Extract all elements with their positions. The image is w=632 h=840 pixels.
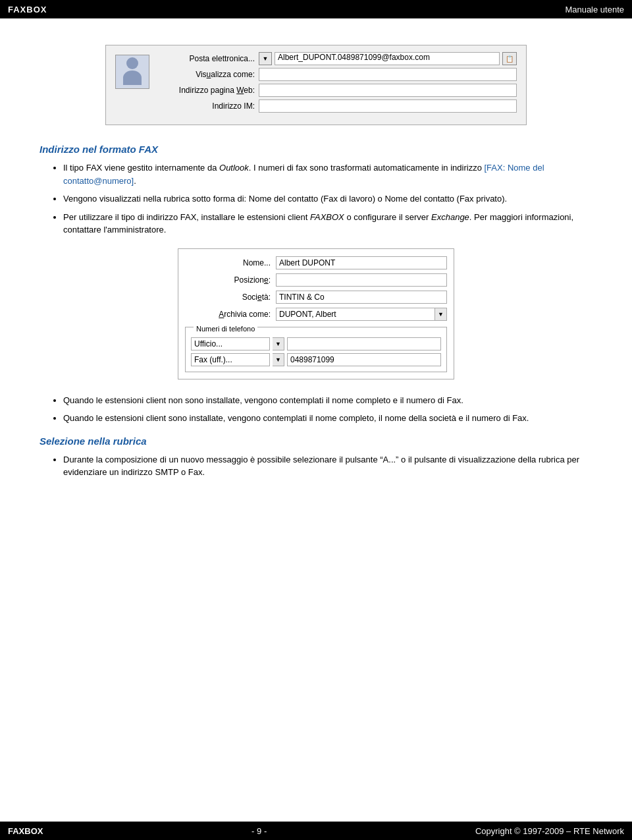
email-type-dropdown[interactable]: ▼ [259,52,272,65]
fax-b1-italic: Outlook [219,163,249,173]
archivia-value[interactable]: DUPONT, Albert [276,308,435,321]
visualizza-input[interactable] [259,68,517,81]
bottom-bullet-list: Quando le estensioni client non sono ins… [40,394,592,425]
posizione-row: Posizione: [178,271,454,289]
archivia-value-container: DUPONT, Albert ▼ [276,308,447,321]
email-value[interactable]: Albert_DUPONT.0489871099@faxbox.com [275,52,500,65]
fax-label[interactable]: Fax (uff.)... [191,353,270,366]
societa-row: Società: TINTIN & Co [178,289,454,306]
bottom-b1-text: Quando le estensioni client non sono ins… [63,395,463,405]
societa-value[interactable]: TINTIN & Co [276,291,447,304]
fax-b2-text: Vengono visualizzati nella rubrica sotto… [63,194,507,204]
fax-bullet-3: Per utilizzare il tipo di indirizzo FAX,… [63,211,592,237]
outlook-form-screenshot: Posta elettronica... ▼ Albert_DUPONT.048… [105,45,527,125]
archivia-dropdown-arrow[interactable]: ▼ [435,308,447,321]
posizione-label: Posizione: [185,275,271,285]
fax-b3-text1: Per utilizzare il tipo di indirizzo FAX,… [63,212,310,222]
bottom-b2-text: Quando le estensioni client sono install… [63,413,529,423]
fax-b3-italic1: FAXBOX [310,212,344,222]
visualizza-field-row: Visualizza come: [157,68,517,81]
ufficio-label[interactable]: Ufficio... [191,337,270,350]
fax-b3-italic2: Exchange [431,212,469,222]
rubrica-b1-text: Durante la composizione di un nuovo mess… [63,455,579,478]
rubrica-bullet-list: Durante la composizione di un nuovo mess… [40,453,592,479]
email-label: Posta elettronica... [157,54,255,63]
phone-section: Numeri di telefono Ufficio... ▼ Fax (uff… [185,327,447,372]
archivia-label: Archivia come: [185,310,271,319]
web-input[interactable] [259,84,517,97]
header-title-right: Manuale utente [565,5,624,14]
email-field-row: Posta elettronica... ▼ Albert_DUPONT.048… [157,52,517,65]
fax-b1-text1: Il tipo FAX viene gestito internamente d… [63,163,219,173]
phone-section-label: Numeri di telefono [194,325,257,333]
outlook-fields: Posta elettronica... ▼ Albert_DUPONT.048… [157,52,517,115]
bottom-bullet-1: Quando le estensioni client non sono ins… [63,394,592,407]
im-input[interactable] [259,99,517,113]
fax-section-title: Indirizzo nel formato FAX [40,144,592,155]
bottom-bullet-2: Quando le estensioni client sono install… [63,412,592,425]
fax-bullet-list: Il tipo FAX viene gestito internamente d… [40,161,592,237]
avatar-person-icon [122,57,142,86]
posizione-value[interactable] [276,273,447,287]
nome-label: Nome... [185,258,271,267]
nome-row: Nome... Albert DUPONT [178,254,454,271]
ufficio-row: Ufficio... ▼ [191,336,441,352]
avatar-body [123,70,142,85]
fax-b1-text3: . [134,176,136,186]
fax-b3-text2: o configurare il server [344,212,431,222]
fax-value[interactable]: 0489871099 [287,353,441,366]
im-label: Indirizzo IM: [157,101,255,111]
header-title-left: FAXBOX [8,5,47,14]
footer-left: FAXBOX [8,826,43,836]
contact-avatar [115,55,149,89]
footer-center: - 9 - [251,826,267,836]
main-content: Posta elettronica... ▼ Albert_DUPONT.048… [0,18,632,530]
contact-card: Nome... Albert DUPONT Posizione: Società… [178,248,454,379]
rubrica-bullet-1: Durante la composizione di un nuovo mess… [63,453,592,479]
web-field-row: Indirizzo pagina Web: [157,84,517,97]
fax-row: Fax (uff.)... ▼ 0489871099 [191,352,441,368]
page-footer: FAXBOX - 9 - Copyright © 1997-2009 – RTE… [0,822,632,840]
fax-section: Indirizzo nel formato FAX Il tipo FAX vi… [40,144,592,237]
footer-right: Copyright © 1997-2009 – RTE Network [475,826,624,836]
nome-value[interactable]: Albert DUPONT [276,256,447,269]
fax-dropdown[interactable]: ▼ [273,353,284,366]
rubrica-section: Selezione nella rubrica Durante la compo… [40,435,592,479]
fax-b1-text2: . I numeri di fax sono trasformati autom… [249,163,485,173]
ufficio-dropdown[interactable]: ▼ [273,337,284,350]
ufficio-value[interactable] [287,337,441,350]
web-label: Indirizzo pagina Web: [157,86,255,95]
im-field-row: Indirizzo IM: [157,99,517,113]
page-header: FAXBOX Manuale utente [0,0,632,18]
email-input-row: ▼ Albert_DUPONT.0489871099@faxbox.com 📋 [259,52,517,65]
address-book-button[interactable]: 📋 [502,52,517,65]
archivia-row: Archivia come: DUPONT, Albert ▼ [178,306,454,323]
visualizza-label: Visualizza come: [157,70,255,79]
fax-bullet-2: Vengono visualizzati nella rubrica sotto… [63,192,592,206]
rubrica-section-title: Selezione nella rubrica [40,435,592,447]
societa-label: Società: [185,293,271,302]
avatar-head [126,57,138,69]
fax-bullet-1: Il tipo FAX viene gestito internamente d… [63,161,592,187]
